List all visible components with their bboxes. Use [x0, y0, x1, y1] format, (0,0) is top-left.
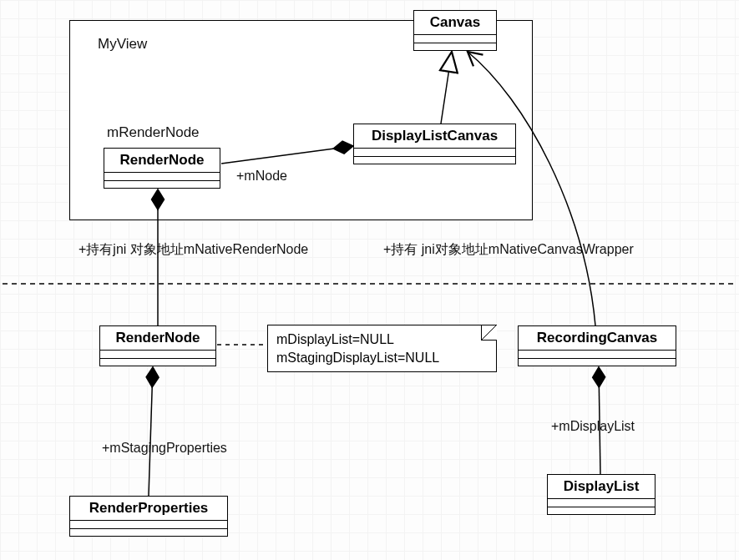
class-attr-empty — [354, 149, 515, 157]
class-displaylistcanvas: DisplayListCanvas — [353, 124, 516, 164]
note: mDisplayList=NULL mStagingDisplayList=NU… — [267, 325, 497, 372]
class-attr-empty — [519, 351, 676, 359]
label-mNode: +mNode — [236, 169, 287, 184]
class-attr-empty — [414, 35, 496, 43]
note-line1: mDisplayList=NULL — [276, 330, 488, 349]
class-attr-empty — [70, 521, 227, 529]
class-name: RenderProperties — [70, 497, 227, 521]
uml-diagram: MyView mRenderNode Canvas DisplayListCan… — [0, 0, 739, 560]
class-rendernode-native: RenderNode — [99, 325, 216, 366]
class-canvas: Canvas — [413, 10, 497, 51]
label-mStagingProperties: +mStagingProperties — [102, 441, 227, 456]
class-attr-empty — [104, 173, 220, 181]
class-attr-empty — [100, 351, 215, 359]
class-name: Canvas — [414, 11, 496, 35]
label-jni-right: +持有 jni对象地址mNativeCanvasWrapper — [383, 241, 634, 259]
note-line2: mStagingDisplayList=NULL — [276, 349, 488, 367]
class-name: RecordingCanvas — [519, 326, 676, 351]
class-displaylist: DisplayList — [547, 474, 655, 515]
class-op-empty — [70, 529, 227, 536]
class-name: DisplayList — [548, 475, 655, 499]
class-op-empty — [100, 359, 215, 366]
class-renderproperties: RenderProperties — [69, 496, 228, 537]
class-op-empty — [414, 43, 496, 50]
class-op-empty — [548, 507, 655, 514]
class-op-empty — [104, 181, 220, 188]
package-title: MyView — [98, 36, 147, 53]
label-mRenderNode: mRenderNode — [107, 124, 200, 141]
class-name: DisplayListCanvas — [354, 124, 515, 149]
class-recordingcanvas: RecordingCanvas — [518, 325, 676, 366]
class-rendernode-java: RenderNode — [104, 148, 220, 189]
label-jni-left: +持有jni 对象地址mNativeRenderNode — [78, 241, 308, 259]
class-op-empty — [354, 157, 515, 164]
label-mDisplayList: +mDisplayList — [551, 419, 635, 434]
class-attr-empty — [548, 499, 655, 507]
svg-line-4 — [149, 367, 153, 496]
class-name: RenderNode — [104, 149, 220, 173]
class-name: RenderNode — [100, 326, 215, 351]
class-op-empty — [519, 359, 676, 366]
